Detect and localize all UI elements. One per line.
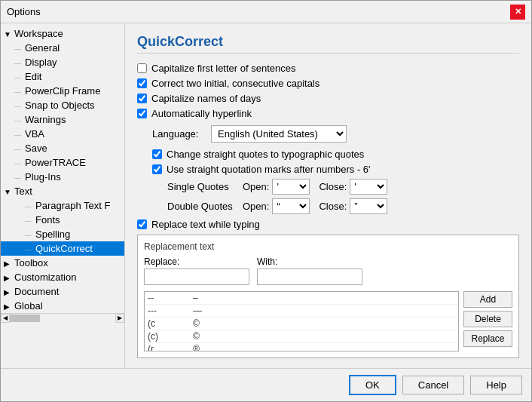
sidebar-item-general[interactable]: —General bbox=[1, 41, 124, 55]
repl-from: (r bbox=[148, 344, 193, 351]
scroll-right-arrow[interactable]: ▶ bbox=[115, 314, 124, 323]
sidebar-hscroll[interactable]: ◀ ▶ bbox=[1, 313, 124, 322]
double_quotes-close-select[interactable]: ” bbox=[350, 198, 387, 214]
sidebar-item-label-warnings: Warnings bbox=[25, 114, 66, 125]
sidebar-item-label-plug-ins: Plug-Ins bbox=[25, 171, 61, 183]
repl-to: – bbox=[193, 293, 198, 303]
sidebar-item-toolbox[interactable]: ▶Toolbox bbox=[1, 256, 124, 270]
sidebar-item-label-powerclip-frame: PowerClip Frame bbox=[25, 85, 100, 97]
repl-to: © bbox=[193, 331, 200, 342]
quotes-checkbox-row-use-straight: Use straight quotation marks after numbe… bbox=[152, 164, 519, 175]
replace-while-typing-label: Replace text while typing bbox=[151, 219, 260, 230]
quotes-checkbox-row-straight-to-typo: Change straight quotes to typographic qu… bbox=[152, 149, 519, 160]
hscroll-track[interactable] bbox=[10, 314, 115, 323]
sidebar-item-document[interactable]: ▶Document bbox=[1, 284, 124, 299]
replace-input[interactable] bbox=[144, 269, 249, 285]
with-input[interactable] bbox=[257, 269, 362, 285]
sidebar-item-powerclip-frame[interactable]: —PowerClip Frame bbox=[1, 84, 124, 98]
help-button[interactable]: Help bbox=[470, 376, 522, 394]
single-quotes-row: Single QuotesOpen:'Close:' bbox=[167, 179, 519, 195]
repl-from: (c bbox=[148, 318, 193, 329]
replace-label: Replace: bbox=[144, 256, 249, 267]
sidebar-item-quickcorrect[interactable]: —QuickCorrect bbox=[1, 241, 124, 256]
sidebar-item-snap-to-objects[interactable]: —Snap to Objects bbox=[1, 98, 124, 112]
sidebar-item-label-snap-to-objects: Snap to Objects bbox=[25, 100, 95, 111]
replacement-list-area: --–---—(c©(c)©(r® Add Delete Replace bbox=[144, 291, 512, 351]
single_quotes-open-select[interactable]: ' bbox=[272, 179, 310, 195]
sidebar-item-customization[interactable]: ▶Customization bbox=[1, 270, 124, 284]
checkbox-auto-hyperlink[interactable] bbox=[137, 109, 147, 118]
double_quotes-open-select[interactable]: “ bbox=[272, 198, 310, 214]
sidebar-item-workspace[interactable]: ▼Workspace bbox=[1, 26, 124, 41]
delete-button[interactable]: Delete bbox=[463, 311, 512, 327]
dialog-body: ▼Workspace—General—Display—Edit—PowerCli… bbox=[1, 23, 531, 368]
quotes-checkbox-label-use-straight: Use straight quotation marks after numbe… bbox=[167, 164, 371, 175]
sidebar-item-display[interactable]: —Display bbox=[1, 55, 124, 69]
double_quotes-close-label: Close: bbox=[319, 201, 347, 212]
hscroll-thumb[interactable] bbox=[10, 315, 40, 322]
repl-to: — bbox=[193, 305, 202, 316]
ok-button[interactable]: OK bbox=[349, 375, 396, 395]
sidebar-item-label-text: Text bbox=[14, 186, 32, 197]
sidebar-item-plug-ins[interactable]: —Plug-Ins bbox=[1, 170, 124, 184]
language-select[interactable]: English (United States)English (United K… bbox=[211, 125, 347, 143]
table-row[interactable]: --– bbox=[145, 292, 458, 305]
double_quotes-label: Double Quotes bbox=[167, 201, 243, 212]
sidebar-item-paragraph-text-f[interactable]: —Paragraph Text F bbox=[1, 198, 124, 213]
dialog-footer: OK Cancel Help bbox=[1, 368, 531, 401]
replace-with-row: Replace: With: bbox=[144, 256, 512, 285]
sidebar-item-text[interactable]: ▼Text bbox=[1, 184, 124, 198]
sidebar-item-spelling[interactable]: —Spelling bbox=[1, 227, 124, 241]
sidebar-item-save[interactable]: —Save bbox=[1, 141, 124, 155]
sidebar-item-edit[interactable]: —Edit bbox=[1, 69, 124, 84]
checkbox-row-cap-days: Capitalize names of days bbox=[137, 93, 519, 104]
quotes-checkbox-straight-to-typo[interactable] bbox=[152, 149, 162, 159]
repl-from: (c) bbox=[148, 331, 193, 342]
single_quotes-label: Single Quotes bbox=[167, 181, 243, 192]
checkbox-cap-first[interactable] bbox=[137, 63, 147, 73]
sidebar-item-warnings[interactable]: —Warnings bbox=[1, 112, 124, 127]
scroll-left-arrow[interactable]: ◀ bbox=[1, 314, 10, 323]
single_quotes-close-select[interactable]: ' bbox=[350, 179, 387, 195]
sidebar-item-label-edit: Edit bbox=[25, 71, 41, 82]
table-row[interactable]: ---— bbox=[145, 305, 458, 318]
checkbox-cap-days[interactable] bbox=[137, 94, 147, 103]
cancel-button[interactable]: Cancel bbox=[402, 376, 464, 394]
sidebar-item-label-quickcorrect: QuickCorrect bbox=[35, 243, 93, 254]
checkbox-label-cap-days: Capitalize names of days bbox=[151, 93, 261, 104]
repl-to: ® bbox=[193, 344, 200, 351]
double-quotes-row: Double QuotesOpen:“Close:” bbox=[167, 198, 519, 214]
add-button[interactable]: Add bbox=[463, 291, 512, 308]
sidebar-item-label-toolbox: Toolbox bbox=[14, 257, 48, 269]
close-button[interactable]: ✕ bbox=[510, 5, 525, 20]
sidebar-item-label-paragraph-text-f: Paragraph Text F bbox=[35, 200, 110, 211]
sidebar-item-label-fonts: Fonts bbox=[35, 214, 60, 226]
repl-from: --- bbox=[148, 305, 193, 316]
checkbox-two-caps[interactable] bbox=[137, 78, 147, 88]
sidebar-item-powertrace[interactable]: —PowerTRACE bbox=[1, 155, 124, 170]
action-buttons: Add Delete Replace bbox=[463, 291, 512, 351]
sidebar-item-label-powertrace: PowerTRACE bbox=[25, 157, 86, 168]
quotes-checkbox-use-straight[interactable] bbox=[152, 164, 162, 174]
with-label: With: bbox=[257, 256, 362, 267]
sidebar-item-label-spelling: Spelling bbox=[35, 229, 70, 240]
checkbox-row-two-caps: Correct two initial, consecutive capital… bbox=[137, 78, 519, 89]
replacement-list[interactable]: --–---—(c©(c)©(r® bbox=[144, 291, 459, 351]
table-row[interactable]: (r® bbox=[145, 343, 458, 351]
sidebar-item-vba[interactable]: —VBA bbox=[1, 127, 124, 141]
main-content: QuickCorrect Capitalize first letter of … bbox=[125, 23, 531, 368]
sidebar-item-label-global: Global bbox=[14, 300, 43, 311]
table-row[interactable]: (c)© bbox=[145, 330, 458, 343]
sidebar-item-fonts[interactable]: —Fonts bbox=[1, 213, 124, 227]
replace-while-typing-checkbox[interactable] bbox=[137, 219, 147, 229]
replace-button[interactable]: Replace bbox=[463, 330, 512, 347]
sidebar-item-label-document: Document bbox=[14, 286, 59, 297]
sidebar-item-global[interactable]: ▶Global bbox=[1, 299, 124, 313]
checkbox-label-two-caps: Correct two initial, consecutive capital… bbox=[151, 78, 320, 89]
repl-from: -- bbox=[148, 293, 193, 303]
checkbox-label-cap-first: Capitalize first letter of sentences bbox=[151, 63, 295, 74]
table-row[interactable]: (c© bbox=[145, 318, 458, 330]
section-title: QuickCorrect bbox=[137, 34, 519, 54]
replace-while-typing-row: Replace text while typing bbox=[137, 219, 519, 230]
double_quotes-open-label: Open: bbox=[243, 201, 269, 212]
